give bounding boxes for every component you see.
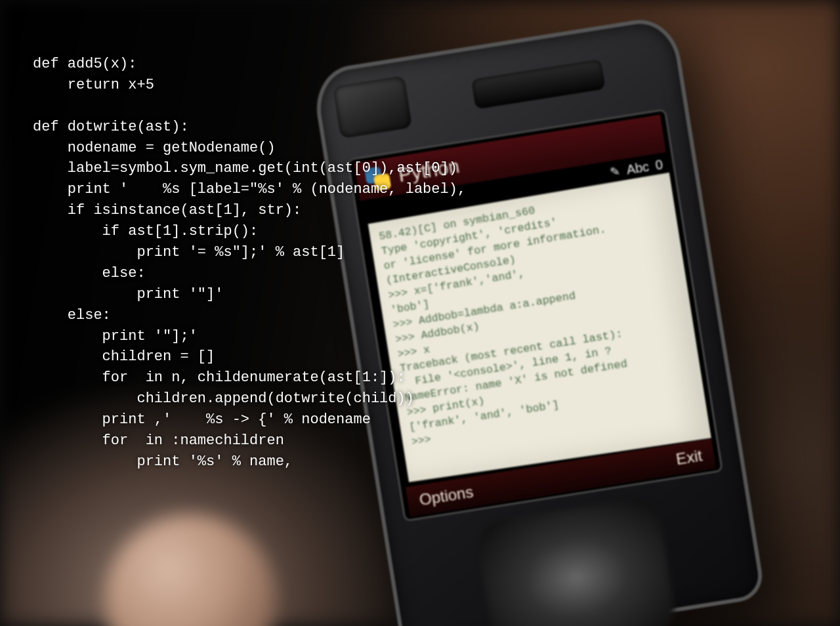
python-console-output: 58.42)[C] on symbian_s60 Type 'copyright…	[368, 173, 711, 482]
softkey-right[interactable]: Exit	[675, 446, 704, 469]
input-mode-label: Abc	[625, 159, 650, 177]
edit-mode-icon: ✎	[609, 164, 621, 180]
softkey-left[interactable]: Options	[418, 483, 474, 510]
phone-screen: Python ✎ Abc 0 58.42)[C] on symbian_s60 …	[347, 108, 724, 522]
app-title: Python	[397, 155, 461, 186]
phone-top-module	[333, 75, 412, 138]
python-logo-icon	[363, 163, 393, 194]
input-count: 0	[654, 157, 664, 173]
